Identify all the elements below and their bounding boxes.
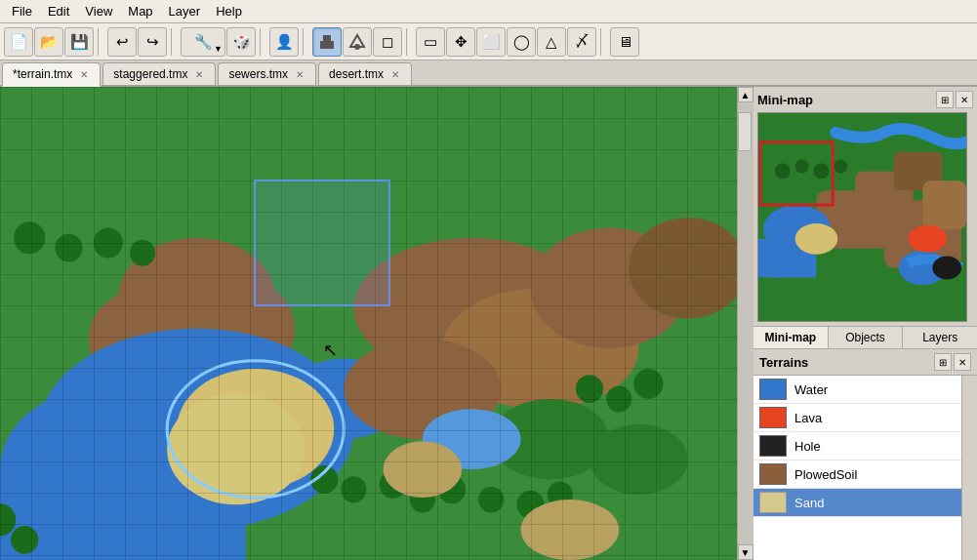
terrain-label-sand: Sand (794, 496, 824, 510)
tab-desert-label: desert.tmx (329, 67, 384, 81)
terrain-color-lava (759, 407, 787, 428)
terrain-color-water (759, 379, 787, 400)
svg-point-23 (55, 234, 82, 262)
svg-point-57 (813, 164, 829, 180)
scroll-up-button[interactable]: ▲ (738, 87, 753, 102)
terrain-art (0, 87, 737, 560)
menu-view[interactable]: View (77, 2, 120, 20)
tab-objects[interactable]: Objects (829, 327, 904, 348)
polygon-button[interactable]: △ (537, 27, 566, 57)
minimap-buttons: ⊞ ✕ (936, 91, 973, 108)
tab-terrain-label: *terrain.tmx (13, 67, 72, 81)
selection-box (254, 180, 390, 306)
move-button[interactable]: ✥ (446, 27, 475, 57)
ellipse-button[interactable]: ◯ (507, 27, 536, 57)
tab-minimap[interactable]: Mini-map (753, 327, 829, 348)
menu-edit[interactable]: Edit (40, 2, 77, 20)
tab-staggered[interactable]: staggered.tmx ✕ (102, 62, 216, 85)
tab-terrain[interactable]: *terrain.tmx ✕ (2, 62, 101, 87)
tab-staggered-close[interactable]: ✕ (193, 69, 205, 80)
toolbar: 📄 📂 💾 ↩ ↪ 🔧▼ 🎲 👤 ◻ ▭ ✥ ⬜ ◯ △ 〆 🖥 (0, 23, 977, 60)
redo-button[interactable]: ↪ (138, 27, 167, 57)
svg-point-34 (478, 487, 504, 513)
tab-sewers[interactable]: sewers.tmx ✕ (218, 62, 316, 85)
vertical-scrollbar[interactable]: ▲ ▼ (737, 87, 753, 560)
terrains-close-button[interactable]: ✕ (954, 353, 971, 371)
open-button[interactable]: 📂 (34, 27, 63, 57)
monitor-button[interactable]: 🖥 (610, 27, 639, 57)
svg-point-38 (11, 526, 38, 554)
eraser-button[interactable]: ◻ (373, 27, 402, 57)
right-panel: Mini-map ⊞ ✕ (753, 87, 977, 560)
panel-tabs: Mini-map Objects Layers (753, 326, 977, 349)
separator-3 (260, 28, 265, 56)
svg-rect-47 (922, 180, 966, 229)
svg-point-13 (167, 394, 305, 505)
terrain-item-plowedsoil[interactable]: PlowedSoil (753, 460, 961, 489)
main-area: ↖ ▲ ▼ Mini-map ⊞ ✕ (0, 87, 977, 560)
random-button[interactable]: 🎲 (226, 27, 256, 57)
terrains-section: Terrains ⊞ ✕ Water Lava (753, 349, 977, 560)
minimap-image[interactable] (757, 112, 967, 322)
tab-desert[interactable]: desert.tmx ✕ (318, 62, 412, 85)
scroll-down-button[interactable]: ▼ (738, 544, 753, 560)
svg-point-2 (354, 44, 360, 50)
terrains-list: Water Lava Hole PlowedSoil (753, 376, 961, 560)
polyline-button[interactable]: 〆 (567, 27, 596, 57)
terrain-label-lava: Lava (794, 411, 822, 425)
svg-point-24 (94, 227, 123, 258)
tab-desert-close[interactable]: ✕ (389, 69, 401, 80)
terrain-item-water[interactable]: Water (753, 376, 961, 404)
menu-map[interactable]: Map (120, 2, 160, 20)
svg-point-55 (775, 164, 791, 180)
svg-rect-0 (320, 41, 334, 49)
save-button[interactable]: 💾 (64, 27, 94, 57)
rect-select-button[interactable]: ▭ (416, 27, 445, 57)
svg-point-54 (932, 257, 961, 280)
separator-1 (98, 28, 103, 56)
scroll-thumb[interactable] (738, 112, 752, 151)
svg-point-30 (341, 476, 366, 502)
svg-point-28 (633, 369, 663, 399)
minimap-fit-button[interactable]: ⊞ (936, 91, 954, 108)
terrain-item-lava[interactable]: Lava (753, 404, 961, 432)
menu-layer[interactable]: Layer (161, 2, 209, 20)
svg-point-56 (795, 160, 809, 174)
undo-button[interactable]: ↩ (107, 27, 137, 57)
minimap-section: Mini-map ⊞ ✕ (753, 87, 977, 326)
tab-sewers-close[interactable]: ✕ (294, 69, 305, 80)
tab-terrain-close[interactable]: ✕ (78, 69, 90, 80)
menu-help[interactable]: Help (208, 2, 250, 20)
svg-point-52 (795, 223, 838, 255)
zoom-button[interactable]: ⬜ (476, 27, 506, 57)
svg-point-25 (130, 240, 155, 266)
user-button[interactable]: 👤 (269, 27, 299, 57)
terrain-fill-button[interactable] (343, 27, 372, 57)
separator-6 (600, 28, 606, 56)
svg-point-58 (834, 160, 847, 174)
terrain-color-hole (759, 435, 787, 457)
menu-file[interactable]: File (4, 2, 40, 20)
map-viewport[interactable]: ↖ (0, 87, 737, 560)
stamp-group-button[interactable]: 🔧▼ (181, 27, 225, 57)
terrains-expand-button[interactable]: ⊞ (934, 353, 952, 371)
terrain-item-sand[interactable]: Sand (753, 489, 961, 517)
terrain-label-hole: Hole (794, 439, 821, 454)
minimap-header: Mini-map ⊞ ✕ (757, 91, 973, 108)
separator-2 (171, 28, 177, 56)
terrain-label-water: Water (794, 382, 828, 397)
stamp-tool-button[interactable] (312, 27, 342, 57)
new-button[interactable]: 📄 (4, 27, 33, 57)
scroll-track[interactable] (738, 102, 753, 544)
svg-rect-1 (323, 35, 331, 42)
terrain-item-hole[interactable]: Hole (753, 432, 961, 460)
terrain-label-plowedsoil: PlowedSoil (794, 467, 857, 482)
svg-point-53 (909, 225, 948, 253)
tab-layers[interactable]: Layers (903, 327, 977, 348)
terrain-color-sand (759, 492, 787, 513)
separator-4 (303, 28, 308, 56)
svg-point-20 (590, 424, 688, 495)
minimap-close-button[interactable]: ✕ (956, 91, 973, 108)
map-canvas[interactable]: ↖ (0, 87, 737, 560)
terrain-scrollbar[interactable] (961, 376, 977, 560)
